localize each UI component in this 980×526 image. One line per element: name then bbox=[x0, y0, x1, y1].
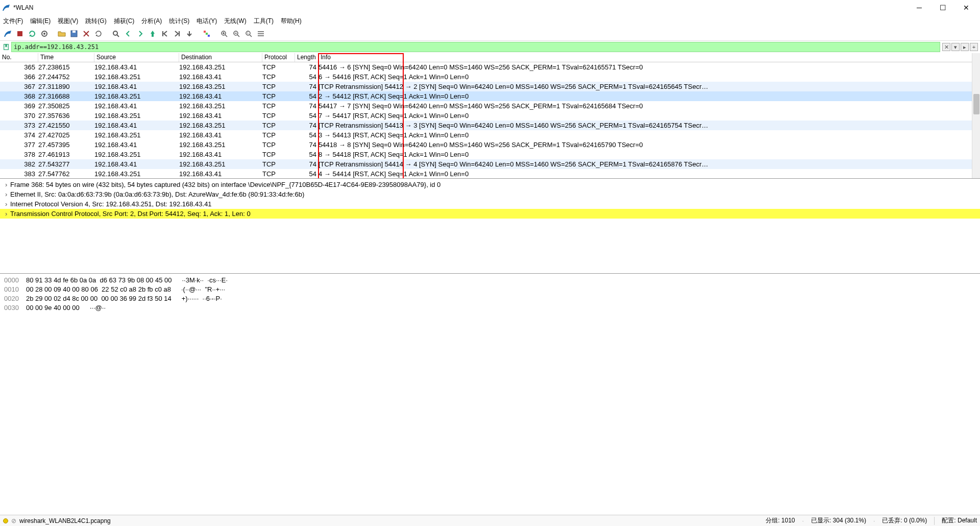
zoom-reset-button[interactable]: 1 bbox=[243, 28, 254, 39]
menu-statistics[interactable]: 统计(S) bbox=[169, 17, 189, 26]
col-destination[interactable]: Destination bbox=[179, 53, 262, 62]
status-packets: 分组: 1010 bbox=[766, 516, 795, 525]
hex-line[interactable]: 003000 00 9e 40 00 00···@·· bbox=[4, 303, 976, 313]
packet-row[interactable]: 37027.357636192.168.43.251192.168.43.41T… bbox=[0, 111, 980, 121]
packet-bytes-pane[interactable]: 000080 91 33 4d fe 6b 0a 0a d6 63 73 9b … bbox=[0, 274, 980, 404]
menu-view[interactable]: 视图(V) bbox=[58, 17, 78, 26]
auto-scroll-button[interactable] bbox=[184, 28, 195, 39]
hex-line[interactable]: 001000 28 00 09 40 00 80 06 22 52 c0 a8 … bbox=[4, 285, 976, 294]
filter-add-button[interactable]: + bbox=[970, 43, 978, 51]
filter-dropdown-button[interactable]: ▾ bbox=[951, 43, 960, 51]
svg-rect-7 bbox=[204, 31, 206, 33]
go-first-button[interactable] bbox=[159, 28, 170, 39]
col-info[interactable]: Info bbox=[318, 53, 980, 62]
status-profile[interactable]: 配置: Default bbox=[942, 516, 977, 525]
maximize-button[interactable]: ☐ bbox=[931, 0, 954, 15]
filter-clear-button[interactable]: ✕ bbox=[942, 43, 950, 51]
statusbar: ⊘ wireshark_WLANB2L4C1.pcapng 分组: 1010 ·… bbox=[0, 515, 980, 526]
menu-tools[interactable]: 工具(T) bbox=[254, 17, 274, 26]
menu-wireless[interactable]: 无线(W) bbox=[224, 17, 246, 26]
go-forward-button[interactable] bbox=[135, 28, 146, 39]
filter-bar: ✕ ▾ ▸ + bbox=[0, 41, 980, 53]
open-file-button[interactable] bbox=[56, 28, 67, 39]
zoom-in-button[interactable] bbox=[218, 28, 230, 39]
svg-rect-0 bbox=[17, 31, 22, 36]
hex-line[interactable]: 000080 91 33 4d fe 6b 0a 0a d6 63 73 9b … bbox=[4, 276, 976, 285]
menu-go[interactable]: 跳转(G) bbox=[85, 17, 106, 26]
window-title: *WLAN bbox=[13, 4, 908, 11]
col-no[interactable]: No. bbox=[0, 53, 38, 62]
detail-line[interactable]: ›Ethernet II, Src: 0a:0a:d6:63:73:9b (0a… bbox=[0, 189, 980, 199]
packet-row[interactable]: 36727.311890192.168.43.41192.168.43.251T… bbox=[0, 82, 980, 91]
menu-capture[interactable]: 捕获(C) bbox=[114, 17, 135, 26]
packet-list-header[interactable]: No. Time Source Destination Protocol Len… bbox=[0, 53, 980, 62]
col-protocol[interactable]: Protocol bbox=[262, 53, 295, 62]
go-back-button[interactable] bbox=[122, 28, 134, 39]
detail-line[interactable]: ›Internet Protocol Version 4, Src: 192.1… bbox=[0, 199, 980, 209]
capture-options-button[interactable] bbox=[39, 28, 50, 39]
bookmark-filter-icon[interactable] bbox=[2, 43, 10, 51]
close-file-button[interactable] bbox=[81, 28, 92, 39]
reload-button[interactable] bbox=[93, 28, 104, 39]
stop-capture-button[interactable] bbox=[14, 28, 26, 39]
packet-row[interactable]: 37327.421550192.168.43.41192.168.43.251T… bbox=[0, 121, 980, 130]
menu-telephony[interactable]: 电话(Y) bbox=[197, 17, 217, 26]
display-filter-input[interactable] bbox=[11, 42, 940, 52]
zoom-out-button[interactable] bbox=[231, 28, 242, 39]
toolbar: 1 bbox=[0, 27, 980, 41]
colorize-button[interactable] bbox=[201, 28, 212, 39]
filter-expression-button[interactable]: ▸ bbox=[961, 43, 969, 51]
svg-rect-9 bbox=[208, 35, 210, 37]
svg-rect-6 bbox=[152, 34, 154, 37]
packet-row[interactable]: 36627.244752192.168.43.251192.168.43.41T… bbox=[0, 72, 980, 82]
menu-edit[interactable]: 编辑(E) bbox=[30, 17, 51, 26]
status-file: wireshark_WLANB2L4C1.pcapng bbox=[19, 517, 111, 524]
menu-analyze[interactable]: 分析(A) bbox=[141, 17, 162, 26]
packet-row[interactable]: 36527.238615192.168.43.41192.168.43.251T… bbox=[0, 62, 980, 72]
expert-info-icon[interactable] bbox=[3, 518, 8, 523]
restart-capture-button[interactable] bbox=[27, 28, 38, 39]
packet-row[interactable]: 38327.547762192.168.43.251192.168.43.41T… bbox=[0, 169, 980, 179]
resize-columns-button[interactable] bbox=[255, 28, 266, 39]
col-source[interactable]: Source bbox=[94, 53, 179, 62]
menu-file[interactable]: 文件(F) bbox=[3, 17, 23, 26]
cancel-icon[interactable]: ⊘ bbox=[11, 517, 16, 524]
wireshark-icon bbox=[2, 4, 10, 12]
svg-rect-8 bbox=[206, 33, 208, 35]
hex-line[interactable]: 00202b 29 00 02 d4 8c 00 00 00 00 36 99 … bbox=[4, 294, 976, 303]
go-to-packet-button[interactable] bbox=[147, 28, 158, 39]
find-button[interactable] bbox=[110, 28, 121, 39]
svg-point-2 bbox=[43, 33, 45, 35]
status-dropped: 已丢弃: 0 (0.0%) bbox=[882, 516, 927, 525]
col-length[interactable]: Length bbox=[295, 53, 318, 62]
packet-list-rows[interactable]: 36527.238615192.168.43.41192.168.43.251T… bbox=[0, 62, 980, 179]
col-time[interactable]: Time bbox=[38, 53, 94, 62]
packet-row[interactable]: 37727.457395192.168.43.41192.168.43.251T… bbox=[0, 140, 980, 150]
titlebar: *WLAN ─ ☐ ✕ bbox=[0, 0, 980, 15]
menu-help[interactable]: 帮助(H) bbox=[281, 17, 302, 26]
save-file-button[interactable] bbox=[68, 28, 80, 39]
detail-line[interactable]: ›Frame 368: 54 bytes on wire (432 bits),… bbox=[0, 180, 980, 189]
close-button[interactable]: ✕ bbox=[954, 0, 978, 15]
packet-row[interactable]: 37827.461913192.168.43.251192.168.43.41T… bbox=[0, 150, 980, 159]
packet-row[interactable]: 36927.350825192.168.43.41192.168.43.251T… bbox=[0, 101, 980, 111]
packet-row[interactable]: 37427.427025192.168.43.251192.168.43.41T… bbox=[0, 130, 980, 140]
packet-row[interactable]: 36827.316688192.168.43.251192.168.43.41T… bbox=[0, 91, 980, 101]
detail-line[interactable]: ›Transmission Control Protocol, Src Port… bbox=[0, 209, 980, 219]
packet-row[interactable]: 38227.543277192.168.43.41192.168.43.251T… bbox=[0, 159, 980, 169]
start-capture-button[interactable] bbox=[2, 28, 13, 39]
scroll-thumb[interactable] bbox=[973, 94, 979, 114]
status-displayed: 已显示: 304 (30.1%) bbox=[811, 516, 866, 525]
packet-list-scrollbar[interactable] bbox=[972, 53, 980, 178]
packet-details-pane[interactable]: ›Frame 368: 54 bytes on wire (432 bits),… bbox=[0, 179, 980, 274]
svg-text:1: 1 bbox=[247, 32, 249, 35]
packet-list-pane: No. Time Source Destination Protocol Len… bbox=[0, 53, 980, 179]
svg-rect-4 bbox=[72, 31, 76, 33]
menubar: 文件(F) 编辑(E) 视图(V) 跳转(G) 捕获(C) 分析(A) 统计(S… bbox=[0, 15, 980, 27]
svg-point-5 bbox=[113, 31, 117, 35]
go-last-button[interactable] bbox=[172, 28, 183, 39]
minimize-button[interactable]: ─ bbox=[908, 0, 931, 15]
